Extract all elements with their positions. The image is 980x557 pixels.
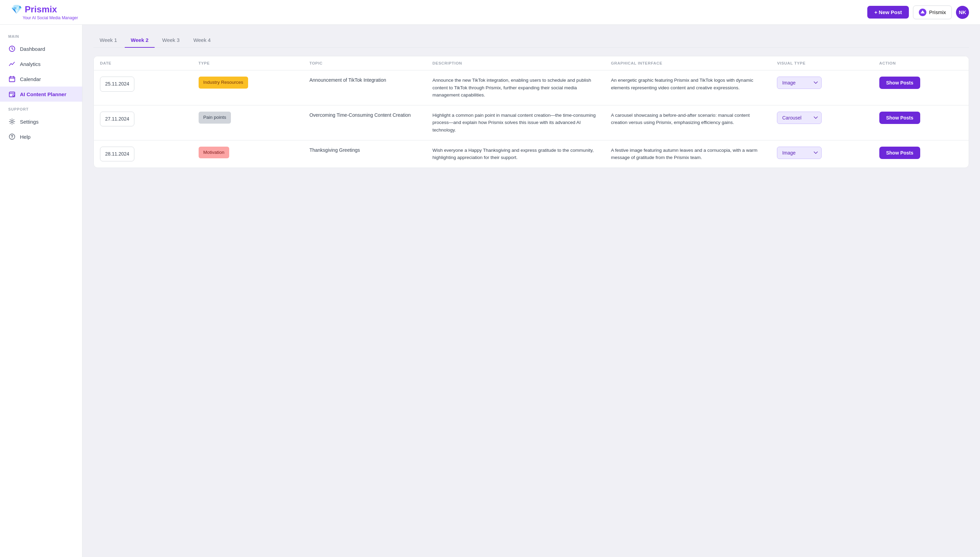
sidebar-item-ai-content-planner[interactable]: AI Content Planner	[0, 86, 82, 102]
tab-week3[interactable]: Week 3	[156, 34, 186, 48]
row3-date-cell: 28.11.2024	[94, 140, 193, 168]
row2-type-cell: Pain points	[193, 105, 304, 140]
sidebar-support-label: SUPPORT	[0, 107, 82, 114]
row3-description: Wish everyone a Happy Thanksgiving and e…	[426, 140, 605, 168]
settings-icon	[8, 118, 16, 125]
svg-rect-2	[9, 77, 15, 82]
row3-visual-select[interactable]: Image Carousel Video Story	[777, 147, 822, 159]
row1-action-cell: Show Posts	[873, 70, 969, 106]
col-header-description: DESCRIPTION	[426, 56, 605, 70]
header-actions: + New Post Prismix NK	[867, 5, 969, 19]
app-body: MAIN Dashboard Analytics	[0, 25, 980, 557]
col-header-type: TYPE	[193, 56, 304, 70]
sidebar-item-settings[interactable]: Settings	[0, 114, 82, 129]
col-header-topic: TOPIC	[303, 56, 426, 70]
sidebar: MAIN Dashboard Analytics	[0, 25, 82, 557]
svg-marker-0	[921, 10, 924, 13]
row3-show-posts-button[interactable]: Show Posts	[879, 147, 920, 159]
row2-type-badge: Pain points	[199, 112, 231, 124]
help-icon	[8, 133, 16, 140]
row3-action-cell: Show Posts	[873, 140, 969, 168]
row2-action-cell: Show Posts	[873, 105, 969, 140]
row2-topic: Overcoming Time-Consuming Content Creati…	[303, 105, 426, 140]
row2-date: 27.11.2024	[100, 112, 134, 127]
sidebar-dashboard-label: Dashboard	[20, 46, 45, 52]
row3-topic: Thanksgiving Greetings	[303, 140, 426, 168]
row1-description: Announce the new TikTok integration, ena…	[426, 70, 605, 106]
row2-show-posts-button[interactable]: Show Posts	[879, 112, 920, 124]
prismix-btn-label: Prismix	[929, 9, 946, 15]
analytics-icon	[8, 60, 16, 68]
row2-visual-select[interactable]: Image Carousel Video Story	[777, 112, 822, 124]
svg-point-11	[11, 121, 13, 122]
row3-type-badge: Motivation	[199, 147, 230, 159]
row1-type-cell: Industry Resources	[193, 70, 304, 106]
sidebar-item-analytics[interactable]: Analytics	[0, 56, 82, 72]
col-header-graphical: GRAPHICAL INTERFACE	[605, 56, 771, 70]
sidebar-ai-content-label: AI Content Planner	[20, 91, 66, 97]
sidebar-calendar-label: Calendar	[20, 76, 41, 82]
logo-subtitle: Your AI Social Media Manager	[11, 15, 78, 20]
row3-type-cell: Motivation	[193, 140, 304, 168]
row1-date: 25.11.2024	[100, 77, 134, 92]
avatar[interactable]: NK	[956, 6, 969, 19]
row2-visual-type-cell: Image Carousel Video Story	[771, 105, 873, 140]
logo-area: 💎 Prismix Your AI Social Media Manager	[11, 4, 78, 20]
ai-content-icon	[8, 90, 16, 98]
table-row: 28.11.2024 Motivation Thanksgiving Greet…	[94, 140, 969, 168]
row3-visual-type-cell: Image Carousel Video Story	[771, 140, 873, 168]
prismix-account-button[interactable]: Prismix	[913, 5, 952, 19]
col-header-date: DATE	[94, 56, 193, 70]
tabs-bar: Week 1 Week 2 Week 3 Week 4	[93, 34, 969, 48]
row1-topic: Announcement of TikTok Integration	[303, 70, 426, 106]
main-content: Week 1 Week 2 Week 3 Week 4 DATE TYPE TO…	[82, 25, 980, 557]
logo-icon: 💎	[11, 4, 22, 15]
col-header-visual-type: VISUAL TYPE	[771, 56, 873, 70]
tab-week2[interactable]: Week 2	[125, 34, 155, 48]
sidebar-help-label: Help	[20, 134, 31, 140]
row2-description: Highlight a common pain point in manual …	[426, 105, 605, 140]
sidebar-main-label: MAIN	[0, 34, 82, 41]
svg-point-13	[12, 138, 12, 139]
row1-show-posts-button[interactable]: Show Posts	[879, 77, 920, 89]
row1-date-cell: 25.11.2024	[94, 70, 193, 106]
col-header-action: ACTION	[873, 56, 969, 70]
row3-graphical: A festive image featuring autumn leaves …	[605, 140, 771, 168]
sidebar-item-calendar[interactable]: Calendar	[0, 72, 82, 86]
sidebar-item-dashboard[interactable]: Dashboard	[0, 41, 82, 56]
prismix-logo-icon	[919, 8, 926, 16]
logo-row: 💎 Prismix	[11, 4, 78, 15]
header: 💎 Prismix Your AI Social Media Manager +…	[0, 0, 980, 25]
sidebar-settings-label: Settings	[20, 119, 39, 125]
row1-visual-select[interactable]: Image Carousel Video Story	[777, 77, 822, 89]
row2-graphical: A carousel showcasing a before-and-after…	[605, 105, 771, 140]
sidebar-analytics-label: Analytics	[20, 61, 41, 67]
row1-graphical: An energetic graphic featuring Prismix a…	[605, 70, 771, 106]
tab-week4[interactable]: Week 4	[187, 34, 217, 48]
row3-date: 28.11.2024	[100, 147, 134, 162]
table-row: 27.11.2024 Pain points Overcoming Time-C…	[94, 105, 969, 140]
row1-type-badge: Industry Resources	[199, 77, 248, 89]
logo-text: Prismix	[25, 4, 57, 15]
row1-visual-type-cell: Image Carousel Video Story	[771, 70, 873, 106]
dashboard-icon	[8, 45, 16, 52]
calendar-icon	[8, 75, 16, 83]
tab-week1[interactable]: Week 1	[93, 34, 123, 48]
row2-date-cell: 27.11.2024	[94, 105, 193, 140]
sidebar-item-help[interactable]: Help	[0, 129, 82, 144]
table-row: 25.11.2024 Industry Resources Announceme…	[94, 70, 969, 106]
new-post-button[interactable]: + New Post	[867, 6, 908, 18]
content-table: DATE TYPE TOPIC DESCRIPTION GRAPHICAL IN…	[93, 56, 969, 168]
